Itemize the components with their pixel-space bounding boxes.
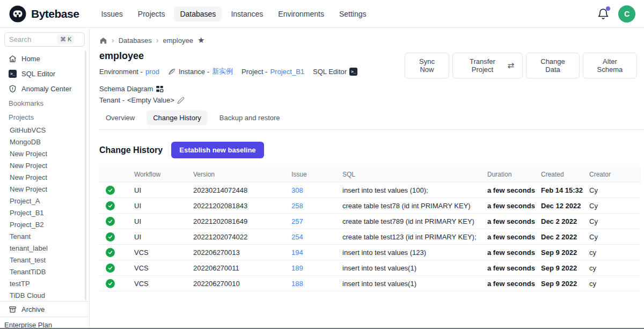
sidebar-project-item[interactable]: TenantTiDB [0, 266, 89, 277]
table-row[interactable]: UI 20230214072448 308 insert into test v… [99, 182, 641, 198]
sidebar-project-item[interactable]: TiDB Cloud [0, 289, 89, 301]
issue-link[interactable]: 188 [291, 280, 303, 288]
cell-sql: insert into test values(1) [338, 260, 483, 276]
breadcrumb-item-employee[interactable]: employee [163, 36, 193, 45]
brand[interactable]: Bytebase [9, 5, 79, 23]
table-row[interactable]: VCS 202206270010 188 insert into test va… [99, 276, 641, 291]
cell-sql: insert into test values(1) [338, 276, 483, 291]
table-row[interactable]: VCS 202206270013 194 insert into test va… [99, 245, 641, 260]
table-row[interactable]: UI 20221202074022 254 create table test1… [99, 229, 641, 245]
top-nav-links: IssuesProjectsDatabasesInstancesEnvironm… [95, 6, 597, 21]
sidebar-project-item[interactable]: Project_B2 [0, 218, 89, 230]
top-nav-link[interactable]: Instances [225, 6, 269, 21]
cell-workflow: UI [130, 182, 189, 198]
sql-editor-shortcut[interactable]: SQL Editor >_ [313, 68, 357, 76]
issue-link[interactable]: 258 [291, 202, 303, 210]
sidebar-project-item[interactable]: New Project [0, 183, 89, 195]
issue-link[interactable]: 194 [291, 248, 303, 257]
project-meta: Project - Project_B1 [241, 68, 304, 76]
issue-link[interactable]: 308 [291, 186, 303, 194]
change-data-button[interactable]: Change Data [526, 53, 580, 78]
tenant-label: Tenant - [99, 96, 125, 104]
table-row[interactable]: UI 20221202081843 258 create table test7… [99, 198, 641, 214]
cell-status [99, 214, 130, 229]
cell-duration: a few seconds [483, 245, 537, 260]
top-nav-link[interactable]: Environments [272, 6, 330, 21]
sidebar-item-home[interactable]: Home [0, 51, 89, 66]
environment-link[interactable]: prod [145, 68, 159, 76]
top-nav-link[interactable]: Projects [132, 6, 171, 21]
sidebar-project-item[interactable]: New Project [0, 159, 89, 171]
sidebar-scrollbar[interactable] [85, 50, 86, 300]
column-header-status [99, 167, 130, 182]
cell-created: Sep 9 2022 [537, 245, 585, 260]
column-header-workflow: Workflow [130, 167, 189, 182]
cell-status [99, 276, 130, 291]
top-nav-link[interactable]: Issues [95, 6, 128, 21]
sync-now-button[interactable]: Sync Now [405, 53, 450, 78]
transfer-project-button[interactable]: Transfer Project ⇄ [452, 53, 523, 78]
sidebar-project-item[interactable]: Project_A [0, 195, 89, 207]
instance-link[interactable]: 新实例 [212, 67, 233, 76]
search-input[interactable] [9, 35, 55, 43]
cell-version: 20230214072448 [189, 182, 287, 198]
table-row[interactable]: VCS 202206270011 189 insert into test va… [99, 260, 641, 276]
shield-icon [9, 85, 17, 93]
search-box[interactable]: ⌘ K [4, 32, 85, 47]
sidebar-project-item[interactable]: MongoDB [0, 136, 89, 148]
sidebar-project-item[interactable]: New Project [0, 171, 89, 183]
edit-pencil-icon[interactable] [177, 97, 185, 104]
cell-status [99, 245, 130, 260]
table-header-row: Workflow Version Issue SQL Duration Crea… [99, 167, 641, 182]
cell-creator: cy [585, 260, 641, 276]
column-header-sql: SQL [338, 167, 483, 182]
sidebar-project-item[interactable]: New Project [0, 148, 89, 159]
top-nav-link[interactable]: Settings [333, 6, 372, 21]
column-header-creator: Creator [585, 167, 641, 182]
top-navbar: Bytebase IssuesProjectsDatabasesInstance… [0, 0, 644, 28]
bookmark-star-icon[interactable]: ★ [197, 35, 204, 45]
success-check-icon [106, 279, 115, 288]
home-icon [9, 55, 17, 63]
sidebar-project-item[interactable]: GitHubVCS [0, 124, 89, 136]
sidebar-project-item[interactable]: tenant_label [0, 242, 89, 254]
sidebar-project-item[interactable]: Tenant_test [0, 254, 89, 266]
table-row[interactable]: UI 20221202081649 257 create table test7… [99, 214, 641, 229]
sidebar-project-item[interactable]: Tenant [0, 230, 89, 242]
sidebar-project-item[interactable]: testTP [0, 277, 89, 289]
notification-dot [606, 6, 610, 11]
project-link[interactable]: Project_B1 [270, 68, 304, 76]
search-shortcut-badge: ⌘ K [57, 35, 74, 44]
top-nav-link[interactable]: Databases [174, 6, 222, 21]
tab[interactable]: Change History [147, 111, 208, 125]
issue-link[interactable]: 254 [291, 233, 303, 241]
sidebar-item-label: Home [21, 55, 40, 63]
issue-link[interactable]: 257 [291, 217, 303, 225]
sidebar-item-sql-editor[interactable]: >_ SQL Editor [0, 66, 89, 81]
cell-creator: Cy [585, 198, 641, 214]
alter-schema-button[interactable]: Alter Schema [583, 53, 637, 78]
sidebar-project-item[interactable]: Project_B1 [0, 207, 89, 218]
sidebar-project-list: GitHubVCSMongoDBNew ProjectNew ProjectNe… [0, 124, 89, 301]
cell-sql: create table test123 (id int PRIMARY KEY… [338, 229, 483, 245]
schema-diagram-shortcut[interactable]: Schema Diagram [99, 85, 164, 93]
cell-creator: cy [585, 245, 641, 260]
breadcrumb-separator: › [156, 36, 159, 45]
sidebar-item-anomaly-center[interactable]: Anomaly Center [0, 81, 89, 96]
tab[interactable]: Overview [99, 111, 141, 125]
establish-baseline-button[interactable]: Establish new baseline [171, 142, 264, 158]
cell-status [99, 182, 130, 198]
notification-bell-button[interactable] [597, 8, 610, 20]
database-meta-row: Environment - prod Instance - 新实例 P [99, 67, 405, 93]
breadcrumb-item-databases[interactable]: Databases [119, 36, 152, 45]
sidebar-item-archive[interactable]: Archive [0, 302, 89, 317]
instance-meta: Instance - 新实例 [168, 67, 233, 76]
project-label: Project - [241, 68, 267, 76]
tab[interactable]: Backup and restore [213, 111, 287, 125]
breadcrumb-home-icon[interactable] [99, 36, 107, 45]
sidebar-item-label: SQL Editor [21, 70, 55, 78]
issue-link[interactable]: 189 [291, 264, 303, 272]
change-history-section-header: Change History Establish new baseline [99, 142, 644, 158]
avatar[interactable]: C [618, 5, 635, 23]
cell-created: Dec 2 2022 [537, 229, 585, 245]
